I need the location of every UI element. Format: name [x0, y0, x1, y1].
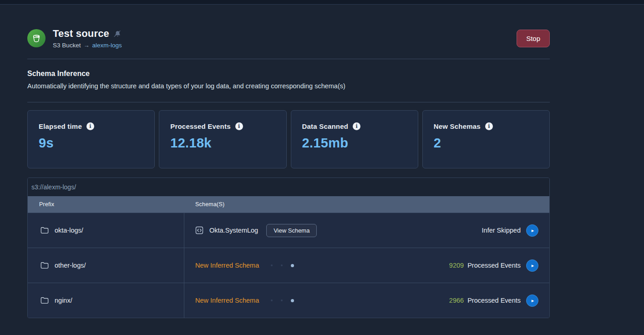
- expand-row-button[interactable]: ▸: [526, 224, 538, 237]
- prefix-label: okta-logs/: [55, 227, 83, 234]
- stat-card-processed-events: Processed Events i 12.18k: [159, 110, 286, 168]
- table-row-other-logs: other-logs/ New Inferred Schema 9209 Pro…: [28, 248, 549, 283]
- bucket-path: s3://alexm-logs/: [28, 178, 549, 196]
- prefix-table: s3://alexm-logs/ Prefix Schema(S) okta-l…: [27, 178, 550, 318]
- bucket-link[interactable]: alexm-logs: [92, 42, 122, 49]
- loading-dots: [271, 299, 294, 302]
- new-inferred-schema-label: New Inferred Schema: [195, 262, 259, 269]
- s3-bucket-avatar: [27, 29, 46, 47]
- schema-icon: [195, 226, 203, 234]
- stat-value: 2.15mb: [302, 136, 407, 151]
- schema-inference-section: Schema Inference Automatically identifyi…: [27, 70, 550, 102]
- loading-dots: [271, 264, 294, 267]
- schema-cell: New Inferred Schema 9209 Processed Event…: [184, 248, 549, 283]
- schema-cell: New Inferred Schema 2966 Processed Event…: [184, 283, 549, 318]
- page-title: Test source: [53, 28, 109, 40]
- schema-name: Okta.SystemLog: [209, 227, 258, 234]
- infer-status: Infer Skipped: [482, 227, 521, 234]
- info-icon[interactable]: i: [235, 122, 243, 130]
- main-content: Test source S3 Bucket → alexm-logs Stop: [27, 28, 550, 318]
- expand-row-button[interactable]: ▸: [526, 259, 538, 272]
- info-icon[interactable]: i: [353, 122, 360, 130]
- stat-card-new-schemas: New Schemas i 2: [422, 110, 550, 168]
- processed-events-label: Processed Events: [467, 297, 521, 304]
- view-schema-button[interactable]: View Schema: [266, 224, 317, 237]
- stat-label: New Schemas: [434, 122, 481, 130]
- source-type-label: S3 Bucket: [53, 42, 81, 49]
- prefix-cell: other-logs/: [28, 248, 184, 283]
- stats-row: Elapsed time i 9s Processed Events i 12.…: [27, 110, 550, 168]
- stat-label: Processed Events: [170, 122, 230, 130]
- stat-card-elapsed-time: Elapsed time i 9s: [27, 110, 155, 168]
- info-icon[interactable]: i: [485, 122, 493, 130]
- info-icon[interactable]: i: [86, 122, 94, 130]
- column-header-prefix: Prefix: [28, 201, 184, 208]
- stop-button[interactable]: Stop: [517, 30, 550, 47]
- chevron-right-icon: ▸: [532, 228, 534, 233]
- breadcrumb: S3 Bucket → alexm-logs: [53, 42, 122, 49]
- title-block: Test source S3 Bucket → alexm-logs: [53, 28, 122, 49]
- top-strip: [0, 0, 644, 5]
- prefix-cell: nginx/: [28, 283, 184, 318]
- processed-events-count: 2966: [449, 297, 464, 304]
- chevron-right-icon: ▸: [532, 263, 534, 268]
- schema-cell: Okta.SystemLog View Schema Infer Skipped…: [184, 213, 549, 248]
- prefix-label: other-logs/: [55, 262, 86, 269]
- folder-icon: [41, 297, 49, 304]
- column-header-schemas: Schema(S): [184, 201, 224, 208]
- stat-value: 2: [434, 136, 538, 151]
- bucket-icon: [31, 33, 41, 43]
- chevron-right-icon: ▸: [532, 298, 534, 303]
- table-row-okta-logs: okta-logs/ Okta.SystemLog View Schema In…: [28, 213, 549, 248]
- section-title: Schema Inference: [27, 70, 550, 78]
- stat-value: 9s: [39, 136, 143, 151]
- stat-label: Data Scanned: [302, 122, 349, 130]
- prefix-label: nginx/: [55, 297, 72, 304]
- prefix-cell: okta-logs/: [28, 213, 184, 248]
- new-inferred-schema-label: New Inferred Schema: [195, 297, 259, 304]
- processed-events-count: 9209: [449, 262, 464, 269]
- table-row-nginx: nginx/ New Inferred Schema 2966 Processe…: [28, 283, 549, 318]
- folder-icon: [41, 227, 49, 234]
- stat-value: 12.18k: [170, 136, 275, 151]
- processed-events-label: Processed Events: [467, 262, 521, 269]
- folder-icon: [41, 262, 49, 269]
- stat-label: Elapsed time: [39, 122, 82, 130]
- arrow-right-icon: →: [84, 42, 90, 49]
- section-description: Automatically identifying the structure …: [27, 82, 550, 90]
- stat-card-data-scanned: Data Scanned i 2.15mb: [291, 110, 418, 168]
- source-header: Test source S3 Bucket → alexm-logs Stop: [27, 28, 550, 59]
- table-header: Prefix Schema(S): [28, 196, 549, 213]
- expand-row-button[interactable]: ▸: [526, 294, 538, 307]
- bell-slash-icon: [114, 30, 122, 38]
